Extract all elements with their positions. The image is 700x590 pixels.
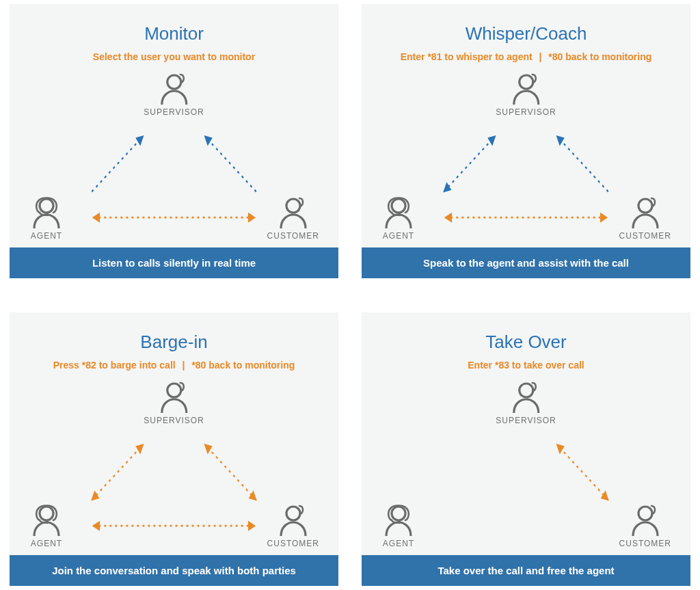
diagram-whisper: SUPERVISOR AGENT CUSTOMER bbox=[362, 62, 690, 247]
feature-grid: Monitor Select the user you want to moni… bbox=[10, 4, 690, 586]
role-label: CUSTOMER bbox=[267, 231, 319, 241]
supervisor-icon bbox=[509, 379, 544, 414]
subtitle-divider: | bbox=[535, 51, 546, 62]
supervisor-icon bbox=[157, 379, 192, 414]
card-takeover: Take Over Enter *83 to take over call SU… bbox=[362, 312, 690, 587]
node-supervisor: SUPERVISOR bbox=[144, 379, 204, 425]
role-label: AGENT bbox=[31, 539, 62, 548]
supervisor-icon bbox=[157, 70, 192, 106]
customer-icon bbox=[628, 194, 663, 230]
card-subtitle: Press *82 to barge into call | *80 back … bbox=[46, 360, 302, 371]
node-supervisor: SUPERVISOR bbox=[496, 70, 556, 117]
card-footer: Join the conversation and speak with bot… bbox=[10, 555, 338, 586]
card-footer: Take over the call and free the agent bbox=[362, 555, 690, 586]
agent-icon bbox=[381, 194, 416, 230]
sub-a: Enter *81 to whisper to agent bbox=[401, 51, 533, 62]
node-agent: AGENT bbox=[29, 194, 64, 241]
node-agent: AGENT bbox=[29, 502, 64, 548]
card-subtitle: Select the user you want to monitor bbox=[86, 51, 262, 62]
node-agent: AGENT bbox=[381, 194, 416, 241]
agent-icon bbox=[29, 194, 64, 230]
node-customer: CUSTOMER bbox=[267, 194, 319, 241]
card-subtitle: Enter *83 to take over call bbox=[461, 360, 591, 371]
role-label: AGENT bbox=[383, 231, 414, 241]
role-label: CUSTOMER bbox=[619, 539, 671, 548]
customer-icon bbox=[275, 194, 311, 230]
role-label: SUPERVISOR bbox=[496, 416, 556, 425]
card-subtitle: Enter *81 to whisper to agent | *80 back… bbox=[394, 51, 659, 62]
svg-line-2 bbox=[92, 136, 143, 191]
role-label: SUPERVISOR bbox=[144, 416, 204, 425]
card-barge: Barge-in Press *82 to barge into call | … bbox=[10, 312, 338, 587]
agent-icon bbox=[381, 502, 416, 537]
node-supervisor: SUPERVISOR bbox=[144, 70, 204, 117]
role-label: AGENT bbox=[383, 539, 414, 548]
svg-line-8 bbox=[92, 444, 143, 500]
svg-line-6 bbox=[557, 136, 608, 191]
card-title: Barge-in bbox=[140, 332, 207, 353]
role-label: SUPERVISOR bbox=[144, 107, 204, 117]
role-label: SUPERVISOR bbox=[496, 107, 556, 117]
node-agent: AGENT bbox=[381, 502, 416, 548]
subtitle-divider: | bbox=[178, 360, 189, 371]
sub-b: *80 back to monitoring bbox=[548, 51, 651, 62]
node-customer: CUSTOMER bbox=[619, 502, 671, 548]
card-footer: Listen to calls silently in real time bbox=[10, 247, 338, 278]
customer-icon bbox=[275, 502, 311, 537]
diagram-takeover: SUPERVISOR AGENT CUSTOMER bbox=[362, 371, 690, 556]
customer-icon bbox=[628, 502, 663, 537]
diagram-monitor: SUPERVISOR AGENT CUSTOMER bbox=[10, 62, 338, 247]
sub-a: Press *82 to barge into call bbox=[53, 360, 176, 371]
role-label: AGENT bbox=[31, 231, 62, 241]
node-customer: CUSTOMER bbox=[619, 194, 671, 241]
svg-line-9 bbox=[205, 444, 256, 500]
node-customer: CUSTOMER bbox=[267, 502, 319, 548]
svg-line-5 bbox=[444, 136, 495, 191]
card-footer: Speak to the agent and assist with the c… bbox=[362, 247, 690, 278]
diagram-barge: SUPERVISOR AGENT CUSTOMER bbox=[10, 371, 338, 556]
card-whisper: Whisper/Coach Enter *81 to whisper to ag… bbox=[362, 4, 690, 278]
svg-line-3 bbox=[205, 136, 256, 191]
node-supervisor: SUPERVISOR bbox=[496, 379, 556, 425]
role-label: CUSTOMER bbox=[267, 539, 319, 548]
supervisor-icon bbox=[509, 70, 544, 106]
card-monitor: Monitor Select the user you want to moni… bbox=[10, 4, 338, 278]
svg-line-11 bbox=[557, 444, 608, 500]
card-title: Whisper/Coach bbox=[466, 23, 587, 44]
card-title: Monitor bbox=[144, 23, 204, 44]
role-label: CUSTOMER bbox=[619, 231, 671, 241]
sub-b: *80 back to monitoring bbox=[191, 360, 295, 371]
agent-icon bbox=[29, 502, 64, 537]
card-title: Take Over bbox=[485, 332, 567, 353]
